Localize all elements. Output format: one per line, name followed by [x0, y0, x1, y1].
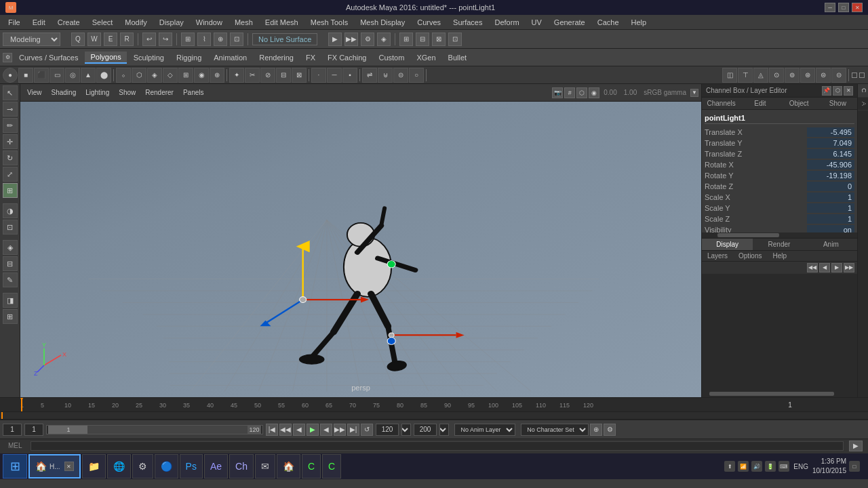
layout-btn4[interactable]: ⊡ — [448, 33, 462, 46]
lattice-btn[interactable]: ⊝ — [831, 68, 846, 83]
cut-btn[interactable]: ✂ — [245, 68, 260, 83]
menu-surfaces[interactable]: Surfaces — [448, 17, 488, 28]
boolean-btn[interactable]: ⊕ — [210, 68, 224, 83]
tab-bullet[interactable]: Bullet — [443, 52, 473, 63]
menu-deform[interactable]: Deform — [489, 17, 524, 28]
vp-renderer-menu[interactable]: Renderer — [141, 88, 178, 97]
scrollbar-thumb[interactable] — [717, 233, 780, 237]
snap-together-tool[interactable]: ◈ — [3, 240, 18, 255]
translate-x-value[interactable]: -5.495 — [807, 127, 854, 137]
layout-btn1[interactable]: ⊞ — [399, 33, 413, 46]
taskbar-app9[interactable]: C — [302, 454, 321, 479]
scale-tool-btn[interactable]: R — [120, 33, 134, 46]
tab-polygons[interactable]: Polygons — [85, 52, 126, 64]
layer-tool[interactable]: ⊞ — [3, 309, 18, 324]
combine-btn[interactable]: ⊎ — [378, 68, 393, 83]
sys-icon-4[interactable]: 🔋 — [765, 461, 776, 472]
tab-rendering[interactable]: Rendering — [254, 52, 299, 63]
face-icon[interactable]: ▪ — [342, 68, 357, 83]
taskbar-app8[interactable]: 🏠 — [277, 454, 300, 479]
taskbar-explorer[interactable]: 📁 — [82, 454, 106, 479]
goto-start-btn[interactable]: |◀ — [266, 424, 278, 436]
menu-create[interactable]: Create — [52, 17, 85, 28]
loop-btn[interactable]: ↺ — [361, 424, 373, 436]
cb-pin-btn[interactable]: 📌 — [822, 86, 831, 96]
rotate-tool[interactable]: ↻ — [3, 150, 18, 165]
rotate-y-value[interactable]: -19.198 — [807, 171, 854, 180]
select-tool[interactable]: ↖ — [3, 85, 18, 100]
scale-tool[interactable]: ⤢ — [3, 167, 18, 182]
snap-grid-btn[interactable]: ⊞ — [181, 33, 195, 46]
snap-curve-btn[interactable]: ⌇ — [197, 33, 211, 46]
tab-fx[interactable]: FX — [300, 52, 321, 63]
annotate-tool[interactable]: ✎ — [3, 272, 18, 287]
layer-prev-btn[interactable]: ◀◀ — [807, 263, 818, 272]
cb-float-btn[interactable]: ⬡ — [833, 86, 842, 96]
options-tab[interactable]: Options — [733, 251, 767, 261]
anim-layer-select[interactable]: No Anim Layer — [454, 424, 515, 436]
playhead[interactable] — [1, 412, 3, 419]
char-set-btn2[interactable]: ⚙ — [604, 424, 616, 436]
menu-mesh-display[interactable]: Mesh Display — [355, 17, 410, 28]
select-components-btn[interactable]: ◫ — [722, 68, 737, 83]
separate-btn[interactable]: ⊝ — [393, 68, 408, 83]
layer-next-btn[interactable]: ▶ — [831, 263, 842, 272]
taskbar-app4[interactable]: 🔵 — [155, 454, 178, 479]
char-set-select[interactable]: No Character Set — [521, 424, 589, 436]
time-dropdown[interactable]: ▼ — [401, 424, 411, 436]
maximize-button[interactable]: □ — [838, 3, 849, 12]
tab-display[interactable]: Display — [702, 239, 753, 250]
viewport[interactable]: persp X Y Z — [20, 102, 701, 397]
merge-btn[interactable]: ◈ — [147, 68, 162, 83]
menu-edit-mesh[interactable]: Edit Mesh — [260, 17, 304, 28]
vp-shading-menu[interactable]: Shading — [47, 88, 81, 97]
menu-mesh[interactable]: Mesh — [229, 17, 258, 28]
sys-icon-2[interactable]: 📶 — [738, 461, 749, 472]
menu-cache[interactable]: Cache — [592, 17, 625, 28]
snap-point-btn[interactable]: ⊕ — [214, 33, 227, 46]
help-tab[interactable]: Help — [767, 251, 792, 261]
cb-tab-show[interactable]: Show — [818, 98, 857, 109]
menu-uv[interactable]: UV — [526, 17, 547, 28]
menu-file[interactable]: File — [3, 17, 26, 28]
frame-current-input[interactable] — [24, 424, 43, 436]
cylinder-icon-btn[interactable]: ⬛ — [34, 68, 49, 83]
script-run-btn[interactable]: ▶ — [849, 441, 863, 451]
move-tool-btn[interactable]: W — [87, 33, 101, 46]
smooth-toggle[interactable]: ◉ — [589, 87, 599, 98]
soft-select-tool[interactable]: ◑ — [3, 203, 18, 218]
close-button[interactable]: ✕ — [852, 3, 863, 12]
grid-toggle[interactable]: # — [564, 87, 575, 98]
max-time-input[interactable] — [414, 424, 437, 436]
minimize-button[interactable]: ─ — [825, 3, 835, 12]
clock[interactable]: 1:36 PM 10/10/2015 — [812, 457, 846, 476]
extrude-btn[interactable]: ⬦ — [116, 68, 131, 83]
snap-view-btn[interactable]: ⊡ — [230, 33, 243, 46]
no-live-button[interactable]: No Live Surface — [252, 33, 317, 45]
tab-fx-caching[interactable]: FX Caching — [322, 52, 372, 63]
lasso-tool[interactable]: ⊸ — [3, 102, 18, 117]
char-set-btn1[interactable]: ⊕ — [590, 424, 602, 436]
cube-icon-btn[interactable]: ■ — [18, 68, 33, 83]
paint-select-btn[interactable]: ⊙ — [769, 68, 784, 83]
cb-hscroll-thumb[interactable] — [709, 392, 833, 396]
soft-select-btn[interactable]: ⊛ — [800, 68, 815, 83]
script-input[interactable] — [31, 441, 844, 451]
cb-hscrollbar[interactable] — [702, 390, 857, 397]
menu-window[interactable]: Window — [191, 17, 228, 28]
cb-tab-object[interactable]: Object — [780, 98, 818, 109]
translate-y-value[interactable]: 7.049 — [807, 138, 854, 148]
align-tool[interactable]: ⊟ — [3, 256, 18, 271]
menu-mesh-tools[interactable]: Mesh Tools — [305, 17, 353, 28]
select-deformers-btn[interactable]: ◬ — [753, 68, 768, 83]
cb-tab-edit[interactable]: Edit — [741, 98, 779, 109]
vtab-attribute-editor[interactable]: A — [858, 98, 868, 110]
mode-dropdown[interactable]: Modeling Rigging Animation FX Rendering — [3, 33, 60, 46]
deform-btn[interactable]: ⊜ — [816, 68, 831, 83]
rotate-x-value[interactable]: -45.906 — [807, 160, 854, 169]
layout-btn3[interactable]: ⊠ — [432, 33, 446, 46]
prev-frame-btn[interactable]: ◀ — [293, 424, 305, 436]
menu-help[interactable]: Help — [626, 17, 652, 28]
edge-icon[interactable]: ─ — [327, 68, 342, 83]
sys-icon-5[interactable]: ⌨ — [778, 461, 789, 472]
